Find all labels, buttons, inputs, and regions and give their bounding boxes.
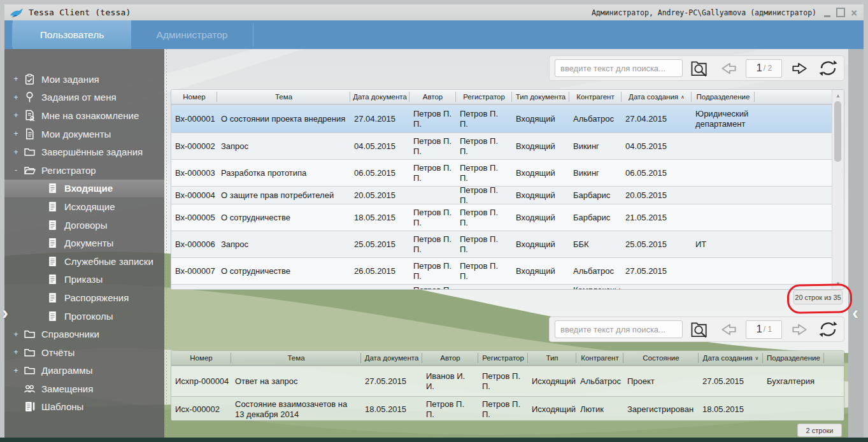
sidebar-item[interactable]: Замещения xyxy=(4,380,164,398)
table-cell: Петров П. П. xyxy=(409,204,456,231)
maximize-button[interactable] xyxy=(836,8,845,17)
sidebar-item[interactable]: Входящие xyxy=(4,180,164,198)
navigation-sidebar: +Мои задания+Задания от меня+Мне на озна… xyxy=(4,49,164,438)
next-page-button[interactable] xyxy=(789,320,810,339)
sidebar-item[interactable]: -Регистратор xyxy=(4,161,164,180)
next-page-button[interactable] xyxy=(789,59,810,78)
column-header[interactable]: Автор xyxy=(409,90,456,104)
sidebar-item[interactable]: Служебные записки xyxy=(4,252,164,271)
column-header[interactable]: Контрагент xyxy=(576,351,623,365)
table-cell xyxy=(512,285,569,290)
tree-expander-icon[interactable]: + xyxy=(12,330,20,339)
column-header[interactable]: Дата создания∨ xyxy=(699,351,763,365)
page-indicator[interactable]: 1 / 2 xyxy=(746,59,782,78)
tree-expander-icon[interactable]: + xyxy=(12,111,20,120)
signpost-icon xyxy=(24,91,36,103)
page-indicator[interactable]: 1 / 1 xyxy=(746,320,782,339)
doc-lines-icon xyxy=(46,237,59,249)
sidebar-item[interactable]: +Справочники xyxy=(4,325,164,343)
sidebar-splitter[interactable] xyxy=(164,49,169,438)
sidebar-item[interactable]: +Мне на ознакомление xyxy=(4,106,164,125)
column-header[interactable]: Подразделение xyxy=(763,351,824,365)
table-row[interactable]: Вх-000003Разработка прототипа06.05.2015П… xyxy=(171,159,834,186)
sidebar-item[interactable]: +Мои документы xyxy=(4,125,164,143)
column-header[interactable]: Тип документа xyxy=(512,90,569,104)
table-cell xyxy=(409,187,456,204)
search-in-view-button[interactable] xyxy=(690,320,711,339)
refresh-button[interactable] xyxy=(818,59,839,78)
column-header[interactable]: Дата создания∧ xyxy=(622,90,692,104)
table-row[interactable]: Вх-000006Запрос25.05.2015Петров П. П.Пет… xyxy=(171,231,834,257)
table-cell: О сотрудничестве xyxy=(217,204,350,231)
table-row[interactable]: Вх-000001О состоянии проекта внедрения27… xyxy=(171,104,834,132)
sidebar-item[interactable]: +Завершённые задания xyxy=(4,143,164,161)
table-row[interactable]: Исхпр-000004Ответ на запрос27.05.2015Ива… xyxy=(171,366,844,396)
sidebar-item[interactable]: Договоры xyxy=(4,216,164,234)
tree-expander-icon[interactable]: + xyxy=(12,93,20,102)
minimize-button[interactable] xyxy=(823,8,832,17)
sidebar-item[interactable]: Документы xyxy=(4,234,164,252)
tree-expander-icon[interactable]: + xyxy=(12,148,20,157)
column-header[interactable]: Номер xyxy=(171,351,231,365)
sidebar-item[interactable]: Приказы xyxy=(4,271,164,289)
tab-user[interactable]: Пользователь xyxy=(13,20,131,49)
tree-expander-icon[interactable]: + xyxy=(12,348,20,357)
sidebar-item[interactable]: Распоряжения xyxy=(4,289,164,307)
table-cell: 27.05.2015 xyxy=(699,366,763,396)
table-cell: Исходящий xyxy=(528,397,576,421)
table-row[interactable]: Вх-000007О сотрудничестве26.05.2015Петро… xyxy=(171,257,834,284)
column-header[interactable]: Тема xyxy=(231,351,361,365)
sidebar-item[interactable]: +Отчёты xyxy=(4,343,164,362)
scroll-down-icon[interactable]: ▼ xyxy=(832,278,844,289)
close-button[interactable]: × xyxy=(850,8,858,17)
table-cell xyxy=(692,285,755,290)
collapse-right-panel-chevron-icon[interactable]: ‹ xyxy=(852,303,858,322)
table-cell: Исходящий xyxy=(528,366,576,396)
prev-page-button[interactable] xyxy=(718,59,739,78)
column-header[interactable]: Автор xyxy=(422,351,478,365)
sidebar-item[interactable]: Исходящие xyxy=(4,197,164,216)
column-header[interactable]: Дата документа xyxy=(350,90,409,104)
column-header[interactable]: Номер xyxy=(171,90,217,104)
table-row[interactable]: Исх-000002Состояние взаимозачетов на 13 … xyxy=(171,396,844,421)
column-header[interactable]: Дата документа xyxy=(361,351,422,365)
column-header[interactable]: Подразделение xyxy=(692,90,755,104)
search-input[interactable] xyxy=(555,59,683,77)
sidebar-item-label: Распоряжения xyxy=(64,292,129,303)
scroll-up-icon[interactable]: ▲ xyxy=(832,90,844,101)
table-cell: Вх-000007 xyxy=(171,258,217,284)
table-row[interactable]: Вх-000004О защите прав потребителей20.05… xyxy=(171,186,834,204)
table-row[interactable]: Петров П.Комплексные xyxy=(171,284,834,290)
prev-page-button[interactable] xyxy=(718,320,739,339)
sidebar-item-label: Справочники xyxy=(41,329,99,339)
table-row[interactable]: Вх-000005О сотрудничестве18.05.2015Петро… xyxy=(171,204,834,231)
column-header[interactable]: Регистратор xyxy=(478,351,528,365)
column-header[interactable]: Состояние xyxy=(623,351,699,365)
sort-indicator-icon: ∧ xyxy=(681,94,685,100)
table-row[interactable]: Вх-000002Запрос04.05.2015Петров П. П.Пет… xyxy=(171,132,834,159)
tree-expander-icon[interactable]: + xyxy=(12,366,20,375)
column-header[interactable]: Тип xyxy=(528,351,576,365)
column-header[interactable]: Контрагент xyxy=(569,90,622,104)
expand-left-panel-chevron-icon[interactable]: › xyxy=(2,303,8,322)
sidebar-item[interactable]: +Мои задания xyxy=(4,70,164,89)
tree-expander-icon[interactable]: - xyxy=(12,166,20,175)
scrollbar-thumb[interactable] xyxy=(834,101,841,162)
table-cell: 06.05.2015 xyxy=(622,160,692,186)
sidebar-item[interactable]: Шаблоны xyxy=(4,398,164,417)
vertical-scrollbar[interactable]: ▲ ▼ xyxy=(832,90,844,289)
table-cell: 25.05.2015 xyxy=(350,231,409,257)
search-input[interactable] xyxy=(555,320,683,338)
refresh-button[interactable] xyxy=(818,320,839,339)
sidebar-item[interactable]: +Диаграммы xyxy=(4,362,164,380)
tab-administrator[interactable]: Администратор xyxy=(131,20,253,49)
search-in-view-button[interactable] xyxy=(690,59,711,78)
table-cell: Зарегистрирован xyxy=(623,397,699,421)
tree-expander-icon[interactable]: + xyxy=(12,75,20,83)
tree-expander-icon[interactable]: + xyxy=(12,129,20,138)
sidebar-item[interactable]: +Задания от меня xyxy=(4,89,164,107)
column-header[interactable]: Регистратор xyxy=(456,90,512,104)
sidebar-item[interactable]: Протоколы xyxy=(4,307,164,325)
column-header[interactable]: Тема xyxy=(217,90,350,104)
table-cell: Входящий xyxy=(512,133,569,159)
